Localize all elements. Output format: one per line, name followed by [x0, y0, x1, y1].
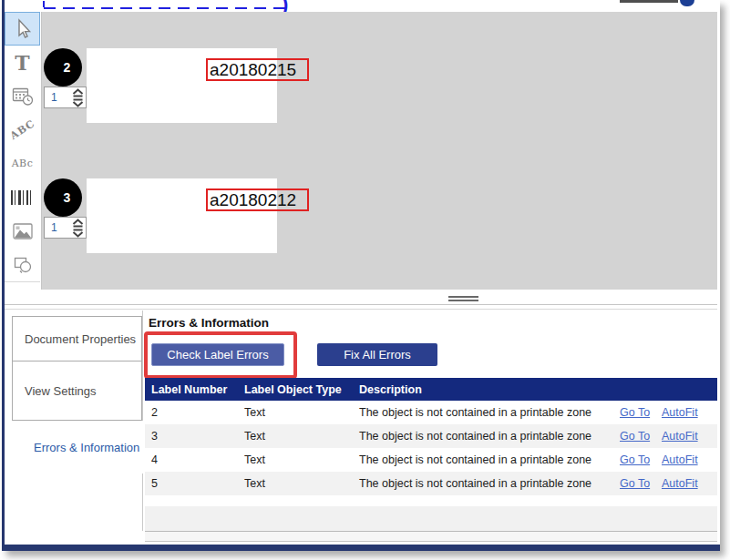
tab-document-properties[interactable]: Document Properties — [12, 316, 142, 361]
text-block-icon: ABc — [12, 158, 34, 169]
error-row: 2 Text The object is not contained in a … — [145, 401, 717, 424]
label-number-badge: 2 — [44, 48, 82, 87]
barcode-icon — [11, 190, 34, 205]
col-label-number: Label Number — [151, 383, 244, 396]
quantity-value[interactable]: 1 — [45, 87, 71, 107]
go-to-link[interactable]: Go To — [620, 477, 662, 490]
cropped-icon-fragment — [680, 0, 694, 6]
error-object-type: Text — [244, 430, 359, 443]
text-tool-icon: T — [15, 51, 29, 75]
errors-table-body: 2 Text The object is not contained in a … — [145, 401, 717, 495]
autofit-link[interactable]: AutoFit — [662, 406, 716, 419]
error-row: 5 Text The object is not contained in a … — [145, 472, 717, 495]
error-object-type: Text — [244, 477, 359, 490]
quantity-down-button[interactable] — [71, 98, 85, 108]
tab-view-settings[interactable]: View Settings — [12, 361, 142, 421]
barcode-tool[interactable] — [5, 180, 40, 215]
table-empty-area — [145, 506, 717, 532]
error-label-number: 2 — [151, 406, 244, 419]
quantity-up-button[interactable] — [71, 87, 85, 97]
shape-tool[interactable] — [5, 248, 40, 282]
error-label-number: 3 — [151, 430, 244, 443]
text-tool[interactable]: T — [5, 46, 40, 80]
label-boundary-dashed-line — [44, 7, 288, 9]
autofit-link[interactable]: AutoFit — [662, 477, 716, 490]
label-quantity-stepper[interactable]: 1 — [44, 217, 87, 239]
splitter-grip[interactable] — [448, 296, 478, 298]
label-boundary-tick — [43, 1, 45, 7]
error-annotation-box: a20180212 — [206, 188, 309, 211]
col-description: Description — [359, 383, 620, 396]
cropped-toolbar-fragment — [620, 0, 678, 3]
image-icon — [12, 222, 34, 240]
error-annotation-box: a20180215 — [206, 58, 309, 81]
error-row: 4 Text The object is not contained in a … — [145, 448, 717, 472]
autofit-link[interactable]: AutoFit — [662, 453, 716, 466]
object-toolbox: T ABC ABc — [5, 12, 42, 290]
label-number-badge: 3 — [44, 178, 82, 217]
text-block-tool[interactable]: ABc — [5, 147, 40, 181]
shapes-icon — [12, 254, 34, 276]
error-row: 3 Text The object is not contained in a … — [145, 424, 717, 448]
go-to-link[interactable]: Go To — [620, 453, 662, 466]
error-description: The object is not contained in a printab… — [359, 477, 620, 490]
label-quantity-stepper[interactable]: 1 — [44, 87, 87, 108]
panel-separator — [142, 473, 143, 531]
go-to-link[interactable]: Go To — [620, 406, 662, 419]
quantity-up-button[interactable] — [71, 218, 85, 228]
window-bottom-edge — [2, 545, 720, 551]
divider — [5, 309, 717, 310]
check-label-errors-button[interactable]: Check Label Errors — [151, 343, 284, 366]
errors-table: Label Number Label Object Type Descripti… — [145, 378, 717, 495]
panel-footer-strip — [145, 532, 717, 542]
curved-text-tool[interactable]: ABC — [5, 113, 40, 148]
errors-table-header: Label Number Label Object Type Descripti… — [145, 378, 717, 401]
error-object-type: Text — [244, 406, 359, 419]
canvas-top-strip: ) — [5, 0, 717, 12]
label-text-object[interactable]: a20180215 — [208, 60, 296, 80]
go-to-link[interactable]: Go To — [620, 430, 662, 443]
autofit-link[interactable]: AutoFit — [662, 430, 716, 443]
error-description: The object is not contained in a printab… — [359, 453, 620, 466]
error-label-number: 5 — [151, 477, 244, 490]
panel-separator — [142, 311, 143, 421]
date-time-tool[interactable] — [5, 79, 40, 114]
fix-all-errors-button[interactable]: Fix All Errors — [317, 343, 437, 366]
label-text-object[interactable]: a20180212 — [208, 190, 296, 210]
error-label-number: 4 — [151, 453, 244, 466]
error-object-type: Text — [244, 453, 359, 466]
label-designer-window: ) T — [2, 0, 720, 551]
error-description: The object is not contained in a printab… — [359, 430, 620, 443]
divider — [5, 304, 717, 305]
curved-text-icon: ABC — [7, 117, 36, 142]
splitter-grip[interactable] — [448, 300, 478, 301]
quantity-down-button[interactable] — [71, 229, 85, 239]
errors-panel-title: Errors & Information — [149, 316, 269, 330]
calendar-clock-icon — [11, 86, 35, 107]
quantity-value[interactable]: 1 — [45, 218, 71, 238]
image-tool[interactable] — [5, 214, 40, 249]
col-object-type: Label Object Type — [244, 383, 359, 396]
error-description: The object is not contained in a printab… — [359, 406, 620, 419]
select-tool[interactable] — [5, 12, 40, 46]
tab-errors-information[interactable]: Errors & Information — [12, 421, 143, 473]
cursor-icon — [13, 18, 33, 40]
